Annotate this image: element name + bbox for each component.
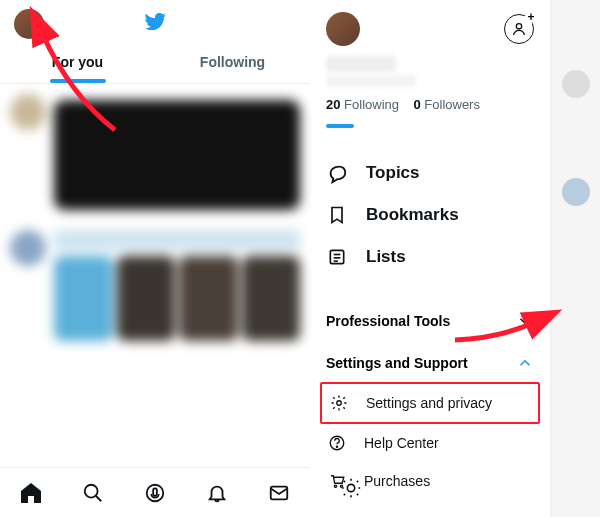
section-settings-support[interactable]: Settings and Support	[326, 344, 534, 382]
svg-point-10	[337, 401, 342, 406]
submenu-label: Settings and privacy	[366, 395, 492, 411]
tab-label: Following	[200, 54, 265, 70]
menu-label: Topics	[366, 163, 420, 183]
menu-lists[interactable]: Lists	[326, 236, 534, 278]
topics-icon	[326, 162, 348, 184]
svg-point-15	[347, 484, 354, 491]
svg-point-12	[336, 446, 337, 447]
menu-label: Bookmarks	[366, 205, 459, 225]
display-name	[326, 56, 396, 72]
profile-avatar[interactable]	[14, 9, 44, 39]
home-icon[interactable]	[19, 481, 43, 505]
highlight-box: Settings and privacy	[320, 382, 540, 424]
tab-following[interactable]: Following	[155, 40, 310, 83]
svg-point-0	[85, 484, 98, 497]
post-photo	[242, 256, 301, 341]
post-photo	[117, 256, 176, 341]
feed-post[interactable]	[0, 84, 310, 220]
account-avatar[interactable]	[562, 70, 590, 98]
post-photo	[54, 256, 113, 341]
help-icon	[326, 432, 348, 454]
post-media	[54, 100, 300, 210]
account-avatar[interactable]	[562, 178, 590, 206]
gear-icon	[328, 392, 350, 414]
feed[interactable]	[0, 84, 310, 467]
bottom-nav	[0, 467, 310, 517]
theme-toggle-icon[interactable]	[340, 477, 362, 503]
mail-icon[interactable]	[267, 481, 291, 505]
post-photo	[179, 256, 238, 341]
tab-for-you[interactable]: For you	[0, 40, 155, 83]
submenu-settings-privacy[interactable]: Settings and privacy	[328, 384, 532, 422]
followers-count[interactable]: 0	[413, 97, 420, 112]
lists-icon	[326, 246, 348, 268]
section-professional-tools[interactable]: Professional Tools	[326, 302, 534, 340]
account-switcher-sidebar	[550, 0, 600, 517]
menu-topics[interactable]: Topics	[326, 152, 534, 194]
search-icon[interactable]	[81, 481, 105, 505]
svg-line-1	[96, 495, 102, 501]
svg-rect-3	[153, 488, 157, 495]
twitter-logo-icon	[143, 10, 167, 38]
followers-label[interactable]: Followers	[424, 97, 480, 112]
menu-bookmarks[interactable]: Bookmarks	[326, 194, 534, 236]
feed-post[interactable]	[0, 220, 310, 351]
follow-stats: 20 Following 0 Followers	[326, 97, 534, 112]
submenu-label: Purchases	[364, 473, 430, 489]
feed-tabs: For you Following	[0, 40, 310, 84]
bell-icon[interactable]	[205, 481, 229, 505]
following-count[interactable]: 20	[326, 97, 340, 112]
menu-label: Lists	[366, 247, 406, 267]
chevron-down-icon	[516, 312, 534, 330]
drawer-avatar[interactable]	[326, 12, 360, 46]
svg-point-13	[334, 485, 336, 487]
following-label[interactable]: Following	[344, 97, 399, 112]
tab-label: For you	[52, 54, 103, 70]
bookmark-icon	[326, 204, 348, 226]
section-label: Professional Tools	[326, 313, 450, 329]
mic-icon[interactable]	[143, 481, 167, 505]
submenu-help-center[interactable]: Help Center	[326, 424, 534, 462]
accent-divider	[326, 124, 354, 128]
svg-point-5	[516, 24, 521, 29]
submenu-label: Help Center	[364, 435, 439, 451]
section-label: Settings and Support	[326, 355, 468, 371]
left-header	[0, 0, 310, 40]
chevron-up-icon	[516, 354, 534, 372]
post-avatar	[10, 94, 46, 130]
post-avatar	[10, 230, 46, 266]
svg-point-2	[147, 484, 164, 501]
account-drawer: 20 Following 0 Followers Topics Bookmark…	[310, 0, 550, 517]
username	[326, 75, 416, 87]
add-account-button[interactable]	[504, 14, 534, 44]
